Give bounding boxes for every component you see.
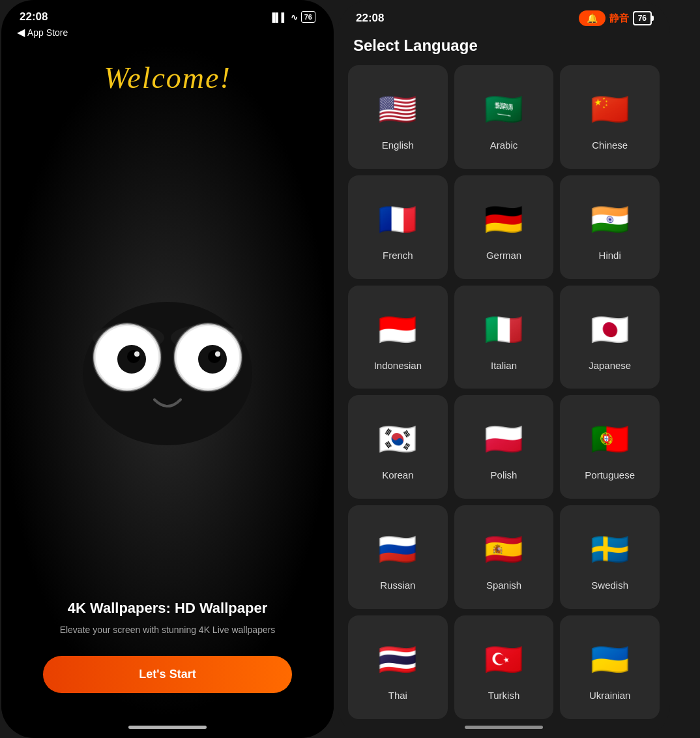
- status-bar-right: 22:08 🔔 静音 76: [338, 0, 670, 31]
- language-card-indonesian[interactable]: 🇮🇩Indonesian: [348, 286, 448, 389]
- flag-swedish: 🇸🇪: [587, 526, 634, 573]
- language-name-french: French: [383, 250, 413, 261]
- language-card-spanish[interactable]: 🇪🇸Spanish: [454, 505, 554, 609]
- language-name-turkish: Turkish: [488, 690, 520, 701]
- flag-portuguese: 🇵🇹: [587, 416, 634, 463]
- right-phone: 22:08 🔔 静音 76 Select Language 🇺🇸English🇸…: [338, 0, 670, 738]
- language-card-thai[interactable]: 🇹🇭Thai: [348, 615, 448, 719]
- language-card-french[interactable]: 🇫🇷French: [348, 175, 448, 279]
- language-name-german: German: [486, 250, 521, 261]
- language-card-russian[interactable]: 🇷🇺Russian: [348, 505, 448, 609]
- language-card-ukrainian[interactable]: 🇺🇦Ukrainian: [560, 615, 660, 719]
- language-name-polish: Polish: [491, 469, 518, 480]
- language-name-swedish: Swedish: [591, 580, 628, 591]
- welcome-text: Welcome!: [104, 61, 231, 95]
- language-grid: 🇺🇸English🇸🇦Arabic🇨🇳Chinese🇫🇷French🇩🇪Germ…: [338, 65, 670, 719]
- language-card-turkish[interactable]: 🇹🇷Turkish: [454, 615, 554, 719]
- flag-english: 🇺🇸: [374, 86, 421, 133]
- left-phone: 22:08 ▐▌▌ ∿ 76 ◀ App Store Welcome!: [1, 0, 334, 738]
- status-bar-left: 22:08 ▐▌▌ ∿ 76: [1, 0, 334, 23]
- language-card-polish[interactable]: 🇵🇱Polish: [454, 395, 554, 499]
- language-card-swedish[interactable]: 🇸🇪Swedish: [560, 505, 660, 609]
- language-name-spanish: Spanish: [486, 580, 521, 591]
- flag-german: 🇩🇪: [480, 196, 527, 243]
- welcome-screen: Welcome!: [1, 41, 334, 719]
- flag-arabic: 🇸🇦: [480, 86, 527, 133]
- app-title: 4K Wallpapers: HD Wallpaper: [68, 600, 267, 617]
- mute-label: 静音: [609, 12, 629, 25]
- language-card-japanese[interactable]: 🇯🇵Japanese: [560, 286, 660, 389]
- bottom-content: 4K Wallpapers: HD Wallpaper Elevate your…: [21, 600, 314, 693]
- status-icons-left: ▐▌▌ ∿ 76: [269, 11, 315, 23]
- language-name-hindi: Hindi: [599, 250, 621, 261]
- start-button[interactable]: Let's Start: [43, 656, 293, 693]
- signal-icon: ▐▌▌: [269, 12, 287, 22]
- language-name-russian: Russian: [380, 580, 415, 591]
- time-right: 22:08: [356, 12, 384, 25]
- language-name-arabic: Arabic: [490, 140, 518, 151]
- language-name-chinese: Chinese: [592, 140, 628, 151]
- back-nav[interactable]: ◀ App Store: [1, 23, 334, 41]
- character-face: [63, 243, 272, 452]
- time-left: 22:08: [20, 10, 48, 23]
- flag-thai: 🇹🇭: [374, 636, 421, 683]
- flag-polish: 🇵🇱: [480, 416, 527, 463]
- svg-point-12: [215, 351, 220, 357]
- battery-left: 76: [301, 11, 315, 23]
- language-card-korean[interactable]: 🇰🇷Korean: [348, 395, 448, 499]
- flag-korean: 🇰🇷: [374, 416, 421, 463]
- flag-spanish: 🇪🇸: [480, 526, 527, 573]
- notification-bell-icon: 🔔: [579, 10, 605, 26]
- flag-ukrainian: 🇺🇦: [587, 636, 634, 683]
- battery-right: 76: [633, 11, 652, 25]
- language-name-japanese: Japanese: [589, 360, 631, 371]
- language-name-ukrainian: Ukrainian: [589, 690, 630, 701]
- back-arrow-icon: ◀: [17, 26, 25, 38]
- flag-hindi: 🇮🇳: [587, 196, 634, 243]
- right-status-icons: 🔔 静音 76: [579, 10, 652, 26]
- flag-italian: 🇮🇹: [480, 306, 527, 353]
- home-indicator-right: [465, 726, 543, 729]
- language-name-italian: Italian: [491, 360, 517, 371]
- language-card-portuguese[interactable]: 🇵🇹Portuguese: [560, 395, 660, 499]
- flag-japanese: 🇯🇵: [587, 306, 634, 353]
- language-card-chinese[interactable]: 🇨🇳Chinese: [560, 65, 660, 169]
- app-subtitle: Elevate your screen with stunning 4K Liv…: [60, 625, 276, 635]
- language-card-arabic[interactable]: 🇸🇦Arabic: [454, 65, 554, 169]
- flag-french: 🇫🇷: [374, 196, 421, 243]
- page-title: Select Language: [338, 31, 670, 65]
- language-card-german[interactable]: 🇩🇪German: [454, 175, 554, 279]
- language-name-korean: Korean: [382, 469, 413, 480]
- language-name-english: English: [382, 140, 414, 151]
- flag-indonesian: 🇮🇩: [374, 306, 421, 353]
- language-name-portuguese: Portuguese: [585, 469, 635, 480]
- flag-russian: 🇷🇺: [374, 526, 421, 573]
- flag-chinese: 🇨🇳: [587, 86, 634, 133]
- language-name-indonesian: Indonesian: [374, 360, 422, 371]
- language-card-hindi[interactable]: 🇮🇳Hindi: [560, 175, 660, 279]
- back-nav-label: App Store: [27, 27, 68, 38]
- home-indicator-left: [128, 726, 207, 729]
- language-card-english[interactable]: 🇺🇸English: [348, 65, 448, 169]
- language-name-thai: Thai: [388, 690, 407, 701]
- flag-turkish: 🇹🇷: [480, 636, 527, 683]
- language-card-italian[interactable]: 🇮🇹Italian: [454, 286, 554, 389]
- wifi-icon: ∿: [291, 12, 298, 22]
- svg-point-9: [134, 351, 139, 357]
